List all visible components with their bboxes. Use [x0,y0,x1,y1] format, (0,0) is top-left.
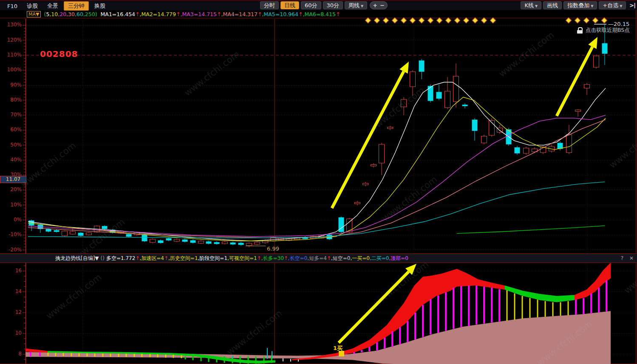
chevron-down-icon: ▼ [620,4,622,8]
candle [126,234,132,237]
candle [436,92,442,99]
menu-f10[interactable]: F10 [3,3,21,10]
value-segment: ,MA4=14.317 [221,11,257,17]
candle [62,231,68,236]
value-segment: ↑ [284,255,288,261]
value-segment: ↑ [164,255,168,261]
index-overlay-button[interactable]: 指数叠加▼ [563,1,597,9]
menu-sanfenzhong[interactable]: 三分钟 [64,1,89,11]
candle [214,242,220,244]
candle [462,104,468,106]
diamond-marker [401,18,407,23]
value-segment: ,加速区=4 [139,255,164,261]
add-watchlist-button[interactable]: +自选▼ [599,1,626,9]
collapse-panel-icon[interactable]: >| [629,2,635,8]
tab-fenshi[interactable]: 分时 [260,1,279,9]
value-segment: ↑ [257,255,261,261]
value-segment: ,长空=0 [288,255,308,261]
bs-hint-text: 点击获取近期BS点 [586,27,630,34]
brown-band [25,311,611,364]
ma-line-MA1 [28,82,606,241]
candle [206,241,212,243]
tab-30min[interactable]: 30分 [323,1,343,9]
diamond-marker [365,18,371,23]
indicator-header: 擒龙趋势线[自编]▼ () 多空=1.772↑,加速区=4↑,历史空间=1,阶段… [0,254,637,262]
diamond-marker [602,18,607,23]
value-segment: ,MA5=10.964 [262,11,298,17]
left-menu: F10 诊股 全景 三分钟 换股 [3,1,109,11]
ma-line-MA4 [28,120,606,238]
candle [566,135,572,152]
candle [355,202,360,204]
candle [102,226,108,229]
close-icon[interactable]: ✕ [629,255,634,261]
indicator-dropdown[interactable]: 擒龙趋势线[自编]▼ [55,255,99,262]
diamond-marker [392,18,398,23]
candle [388,127,393,129]
stock-chart-window: F10 诊股 全景 三分钟 换股 分时 日线 60分 30分 周线▼ + − K… [0,0,637,364]
candle [86,233,92,235]
chevron-down-icon: ▼ [535,4,538,8]
candle [46,229,51,231]
ma-line-MA2 [28,97,606,241]
draw-line-button[interactable]: 画线 [543,1,562,9]
candle [255,242,260,244]
candle [472,120,478,131]
tab-daily[interactable]: 日线 [280,1,299,9]
value-segment: ,250) [83,11,97,17]
candle [263,240,268,243]
value-segment: 多空=1.772 [106,255,135,261]
chevron-down-icon: ▼ [591,4,593,8]
value-segment: ,短多=4 [307,255,327,261]
bs-hint-button[interactable]: 点击获取近期BS点 [577,27,630,34]
value-segment: ,阶段空间=1 [198,255,228,261]
diamond-marker [481,18,487,23]
right-toolbar: K线▼ 画线 指数叠加▼ +自选▼ >| [519,1,635,9]
candle [575,110,581,112]
value-segment: ,MA2=14.779 [140,11,176,17]
candle [238,243,244,245]
top-toolbar: F10 诊股 全景 三分钟 换股 分时 日线 60分 30分 周线▼ + − K… [0,0,637,10]
ma-dropdown[interactable]: MA▼ [27,11,41,17]
value-segment: ,MA3=14.715 [181,11,217,17]
diamond-marker [593,18,598,23]
kline-style-button[interactable]: K线▼ [521,1,541,9]
diamond-marker [419,18,425,23]
candle [174,239,180,241]
candle [54,230,59,232]
diamond-marker [575,18,580,23]
candle [584,85,590,88]
tab-weekly[interactable]: 周线▼ [345,1,367,9]
lock-icon [577,27,583,34]
value-segment: ,历史空间=1 [168,255,198,261]
value-segment: ,30 [66,11,75,17]
menu-zhengu[interactable]: 诊股 [23,2,42,10]
ma-line-MA6 [457,226,605,233]
value-segment: MA1=16.454 [97,11,135,17]
value-segment: ,二买=0 [370,255,389,261]
chevron-down-icon: ▼ [361,4,363,8]
value-segment: ↑ [327,255,331,261]
value-segment: ,短空=0 [331,255,351,261]
candle [78,233,84,236]
value-segment: ,60 [75,11,83,17]
buy-signal-label: 1买 [333,344,343,352]
chart-canvas[interactable] [0,0,637,364]
menu-huangu[interactable]: 换股 [91,2,109,10]
candle [70,231,76,234]
diamond-marker [428,18,433,23]
candle [182,240,188,242]
value-segment: ,20 [58,11,66,17]
zoom-in-button[interactable]: + [371,2,379,8]
stock-code-label: 002808 [40,49,78,59]
low-price-label: 6.99 [267,245,279,252]
diamond-marker [383,18,389,23]
diamond-marker [446,18,451,23]
zoom-out-button[interactable]: − [379,2,386,8]
candle [246,243,252,245]
menu-quanjing[interactable]: 全景 [43,2,62,10]
tab-60min[interactable]: 60分 [301,1,321,9]
diamond-marker [410,18,416,23]
candle [594,56,599,67]
help-icon[interactable]: ? [621,255,623,261]
